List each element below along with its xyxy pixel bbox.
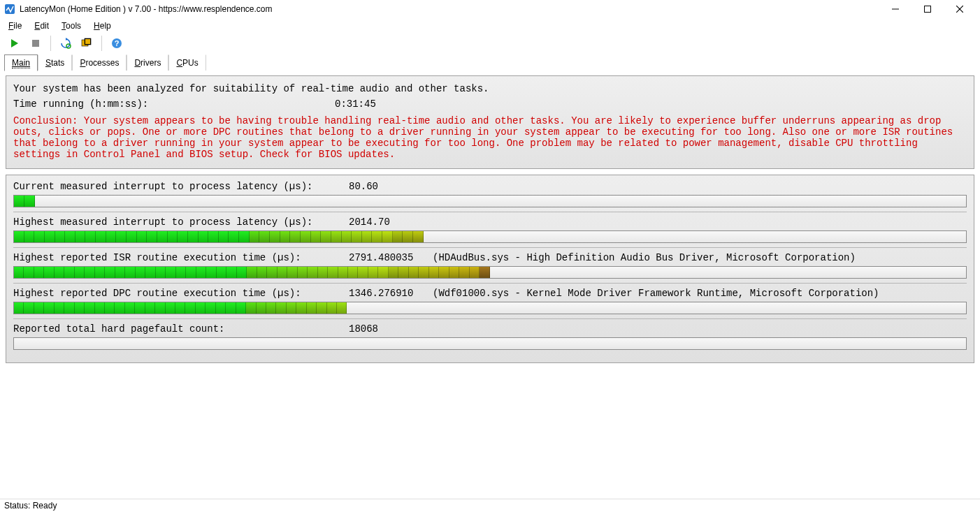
svg-rect-11 (85, 39, 90, 44)
refresh-button[interactable] (57, 35, 75, 52)
tabbar: Main Stats Processes Drivers CPUs (0, 53, 980, 71)
maximize-button[interactable] (911, 0, 944, 18)
metric-label: Highest reported DPC routine execution t… (13, 288, 349, 299)
svg-rect-6 (32, 40, 39, 47)
tab-stats[interactable]: Stats (38, 54, 72, 71)
metric-bar (13, 266, 967, 279)
metric-value: 2791.480035 (349, 252, 433, 263)
menu-file[interactable]: File (6, 20, 24, 31)
svg-rect-2 (925, 6, 931, 13)
time-running-label: Time running (h:mm:ss): (13, 98, 335, 110)
minimize-button[interactable] (879, 0, 911, 18)
time-running-value: 0:31:45 (335, 98, 376, 110)
metric-label: Current measured interrupt to process la… (13, 181, 349, 192)
menu-tools[interactable]: Tools (59, 20, 84, 31)
metric-value: 18068 (349, 323, 433, 335)
metric-current-latency: Current measured interrupt to process la… (13, 181, 967, 207)
tab-drivers[interactable]: Drivers (127, 54, 168, 71)
metric-label: Reported total hard pagefault count: (13, 323, 349, 335)
metric-bar (13, 337, 967, 350)
conclusion-text: Conclusion: Your system appears to be ha… (13, 115, 967, 160)
metric-label: Highest measured interrupt to process la… (13, 216, 349, 228)
tab-main[interactable]: Main (4, 54, 38, 71)
windows-button[interactable] (78, 35, 96, 52)
svg-rect-0 (5, 4, 15, 14)
toolbar: ? (0, 34, 980, 53)
metric-extra: (Wdf01000.sys - Kernel Mode Driver Frame… (433, 288, 967, 299)
metric-pagefault: Reported total hard pagefault count: 180… (13, 323, 967, 350)
tab-processes[interactable]: Processes (72, 54, 127, 71)
play-button[interactable] (6, 35, 24, 52)
metric-bar (13, 195, 967, 207)
metric-value: 2014.70 (349, 216, 433, 228)
titlebar: LatencyMon (Home Edition ) v 7.00 - http… (0, 0, 980, 18)
metric-highest-dpc: Highest reported DPC routine execution t… (13, 288, 967, 314)
close-button[interactable] (944, 0, 976, 18)
metric-highest-latency: Highest measured interrupt to process la… (13, 216, 967, 243)
menu-help[interactable]: Help (91, 20, 114, 31)
statusbar: Status: Ready (0, 499, 980, 514)
status-text: Status: Ready (4, 501, 57, 511)
help-button[interactable]: ? (108, 35, 126, 52)
svg-marker-5 (11, 39, 18, 47)
menubar: File Edit Tools Help (0, 18, 980, 34)
window-title: LatencyMon (Home Edition ) v 7.00 - http… (20, 4, 273, 14)
metric-bar (13, 302, 967, 314)
menu-edit[interactable]: Edit (31, 20, 52, 31)
analysis-line: Your system has been analyzed for suitab… (13, 83, 967, 94)
metric-highest-isr: Highest reported ISR routine execution t… (13, 252, 967, 279)
stop-button[interactable] (27, 35, 45, 52)
metrics-card: Current measured interrupt to process la… (6, 175, 974, 363)
metric-bar (13, 230, 967, 243)
analysis-card: Your system has been analyzed for suitab… (6, 75, 974, 169)
svg-text:?: ? (115, 39, 120, 47)
tab-cpus[interactable]: CPUs (168, 54, 206, 71)
metric-extra: (HDAudBus.sys - High Definition Audio Bu… (433, 252, 967, 263)
metric-value: 80.60 (349, 181, 433, 192)
metric-value: 1346.276910 (349, 288, 433, 299)
app-icon (4, 3, 15, 15)
metric-label: Highest reported ISR routine execution t… (13, 252, 349, 263)
